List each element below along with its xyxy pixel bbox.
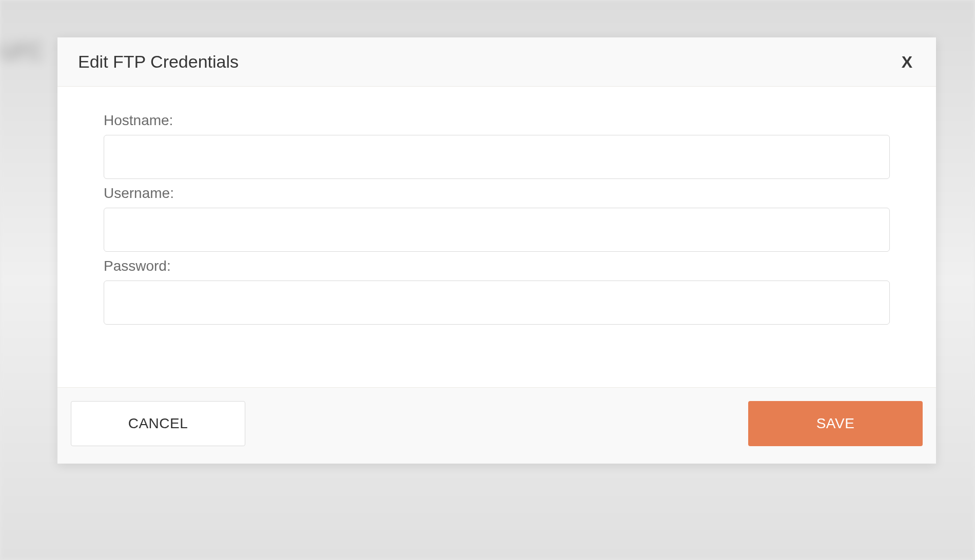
hostname-label: Hostname: (104, 112, 890, 129)
close-icon: X (902, 53, 912, 71)
hostname-input[interactable] (104, 135, 890, 179)
form-group-password: Password: (104, 258, 890, 325)
modal-header: Edit FTP Credentials X (57, 37, 936, 87)
modal-title: Edit FTP Credentials (78, 52, 239, 72)
close-button[interactable]: X (899, 54, 915, 70)
username-label: Username: (104, 185, 890, 202)
password-input[interactable] (104, 281, 890, 325)
save-button[interactable]: SAVE (748, 401, 923, 446)
username-input[interactable] (104, 208, 890, 252)
password-label: Password: (104, 258, 890, 274)
form-group-hostname: Hostname: (104, 112, 890, 179)
modal-footer: CANCEL SAVE (57, 387, 936, 464)
cancel-button[interactable]: CANCEL (71, 401, 245, 446)
edit-ftp-credentials-modal: Edit FTP Credentials X Hostname: Usernam… (57, 37, 936, 464)
modal-body: Hostname: Username: Password: (57, 87, 936, 387)
form-group-username: Username: (104, 185, 890, 252)
